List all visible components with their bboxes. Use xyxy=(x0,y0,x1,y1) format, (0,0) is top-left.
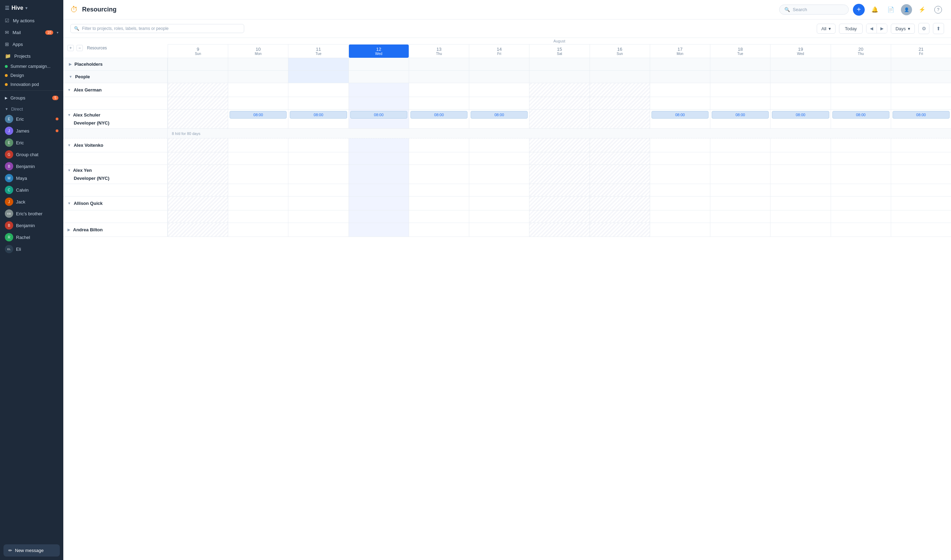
ppl-cell-6 xyxy=(469,71,529,83)
placeholders-expand-icon[interactable]: ▶ xyxy=(69,62,72,66)
avatar-erics-brother: EB xyxy=(5,209,13,218)
avatar-group-chat: G xyxy=(5,150,13,158)
new-message-btn[interactable]: ✏ New message xyxy=(3,545,60,557)
dm-item-eli[interactable]: EL Eli xyxy=(0,243,63,255)
sidebar-direct-section[interactable]: ▼ Direct xyxy=(0,104,63,113)
dm-item-eric[interactable]: E Eric xyxy=(0,113,63,125)
calendar-header: + − Resources August 9Sun 10Mon 11Tue 12… xyxy=(63,38,951,58)
sidebar-projects-label: Projects xyxy=(14,54,31,59)
docs-btn[interactable]: 📄 xyxy=(885,4,897,15)
dm-item-erics-brother[interactable]: EB Eric's brother xyxy=(0,208,63,220)
as-cell-thu13: 08:00 xyxy=(409,109,469,128)
all-dropdown[interactable]: All ▾ xyxy=(817,24,835,34)
filter-icon: 🔍 xyxy=(74,26,79,31)
alex-yen-expand[interactable]: ▼ xyxy=(68,168,71,172)
day-17: 17Mon xyxy=(650,45,710,58)
as-cell-fri21: 08:00 xyxy=(891,109,951,128)
dm-item-calvin[interactable]: C Calvin xyxy=(0,184,63,196)
user-avatar[interactable]: 👤 xyxy=(901,4,912,15)
sidebar-item-groups[interactable]: ▶ Groups 5 xyxy=(0,92,63,104)
placeholders-label[interactable]: ▶ Placeholders xyxy=(63,58,168,70)
as-cell-thu20: 08:00 xyxy=(831,109,891,128)
dm-item-benjamin[interactable]: B Benjamin xyxy=(0,160,63,172)
alex-voitenko-expand[interactable]: ▼ xyxy=(68,143,71,147)
allison-quick-expand[interactable]: ▼ xyxy=(68,202,71,205)
people-label[interactable]: ▼ People xyxy=(63,71,168,83)
alex-schuler-expand[interactable]: ▼ xyxy=(68,113,71,117)
days-dropdown[interactable]: Days ▾ xyxy=(891,24,915,34)
search-bar[interactable]: 🔍 Search xyxy=(779,5,849,15)
ppl-cell-13 xyxy=(891,71,951,83)
notifications-btn[interactable]: 🔔 xyxy=(869,4,881,15)
alex-yen-label[interactable]: ▼ Alex Yen Developer (NYC) xyxy=(63,165,168,184)
zoom-in-btn[interactable]: + xyxy=(68,45,74,51)
ph-cell-10 xyxy=(710,58,770,70)
prev-btn[interactable]: ◀ xyxy=(866,24,877,33)
day-15: 15Sat xyxy=(529,45,589,58)
ppl-cell-1 xyxy=(168,71,228,83)
alex-voitenko-label[interactable]: ▼ Alex Voitenko xyxy=(63,138,168,152)
unread-dot-eric xyxy=(55,118,58,120)
zoom-out-btn[interactable]: − xyxy=(77,45,83,51)
chevron-icon: ▾ xyxy=(25,6,28,11)
dm-item-maya[interactable]: M Maya xyxy=(0,172,63,184)
unread-dot-james xyxy=(55,129,58,132)
sidebar-item-projects[interactable]: 📁 Projects xyxy=(0,50,63,62)
sidebar-item-innovation[interactable]: Innovation pod xyxy=(0,80,63,89)
ph-cell-11 xyxy=(770,58,830,70)
add-button[interactable]: + xyxy=(853,4,865,15)
help-btn[interactable]: ? xyxy=(932,4,944,15)
groups-badge: 5 xyxy=(52,95,58,100)
ph-cell-12 xyxy=(831,58,891,70)
andrea-bilton-label[interactable]: ▶ Andrea Bilton xyxy=(63,223,168,237)
ag-cell-tue11 xyxy=(288,83,348,97)
groups-arrow-icon: ▶ xyxy=(5,96,8,100)
dm-item-rachel[interactable]: R Rachel xyxy=(0,231,63,243)
export-icon: ⬆ xyxy=(936,26,940,31)
andrea-bilton-expand[interactable]: ▶ xyxy=(68,228,70,232)
filter-bar[interactable]: 🔍 Filter to projects, roles, labels, tea… xyxy=(70,24,244,33)
ppl-cell-7 xyxy=(529,71,589,83)
dm-item-group-chat[interactable]: G Group chat xyxy=(0,149,63,160)
ag-cell-tue18 xyxy=(710,83,770,97)
next-btn[interactable]: ▶ xyxy=(877,24,887,33)
sidebar-item-design[interactable]: Design xyxy=(0,71,63,80)
sidebar-item-apps[interactable]: ⊞ Apps xyxy=(0,38,63,50)
day-21: 21Fri xyxy=(891,45,951,58)
ph-cell-7 xyxy=(529,58,589,70)
people-expand-icon[interactable]: ▼ xyxy=(69,75,72,78)
docs-icon: 📄 xyxy=(887,6,894,13)
page-icon: ⏱ xyxy=(70,5,78,14)
month-label: August xyxy=(168,38,951,45)
ppl-cell-2 xyxy=(228,71,288,83)
dm-item-james[interactable]: J James xyxy=(0,125,63,137)
lightning-btn[interactable]: ⚡ xyxy=(916,4,928,15)
time-block-mon17: 08:00 xyxy=(651,111,709,118)
allocation-bar-row: 8 h/d for 80 days xyxy=(63,129,951,138)
ay-subrow xyxy=(63,184,951,197)
direct-arrow-icon: ▼ xyxy=(5,107,8,111)
time-block-fri21: 08:00 xyxy=(893,111,949,118)
day-headers: 9Sun 10Mon 11Tue 12Wed 13Thu 14Fri 15Sat… xyxy=(168,45,951,58)
dm-item-benjamin2[interactable]: B Benjamin xyxy=(0,220,63,231)
project-dot-innovation xyxy=(5,83,8,86)
time-block-fri14: 08:00 xyxy=(471,111,528,118)
alex-german-label[interactable]: ▼ Alex German xyxy=(63,83,168,97)
alex-schuler-label[interactable]: ▼ Alex Schuler Developer (NYC) xyxy=(63,109,168,128)
sidebar-item-mail[interactable]: ✉ Mail 10 ▾ xyxy=(0,26,63,38)
export-btn[interactable]: ⬆ xyxy=(933,23,944,34)
allison-quick-label[interactable]: ▼ Allison Quick xyxy=(63,197,168,210)
ppl-cell-8 xyxy=(589,71,650,83)
today-btn[interactable]: Today xyxy=(839,24,863,34)
dm-label-rachel: Rachel xyxy=(16,235,30,240)
ph-cell-13 xyxy=(891,58,951,70)
dm-item-eric2[interactable]: E Eric xyxy=(0,137,63,149)
sidebar-item-my-actions[interactable]: ☑ My actions xyxy=(0,15,63,26)
sidebar-logo[interactable]: ☰ Hive ▾ xyxy=(0,0,63,15)
sidebar-item-summer[interactable]: Summer campaign... xyxy=(0,62,63,71)
dm-item-jack[interactable]: J Jack xyxy=(0,196,63,208)
alex-german-expand[interactable]: ▼ xyxy=(68,88,71,92)
settings-btn[interactable]: ⚙ xyxy=(918,23,929,34)
dm-label-erics-brother: Eric's brother xyxy=(16,211,42,216)
ph-cell-5 xyxy=(409,58,469,70)
